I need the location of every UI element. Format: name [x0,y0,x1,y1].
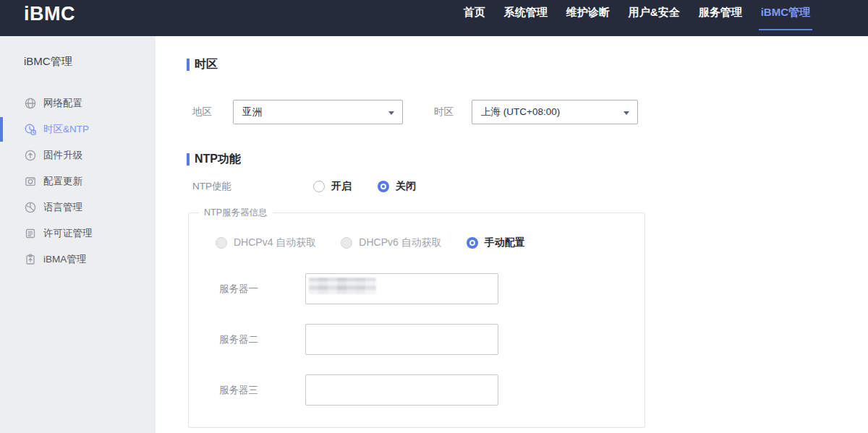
nav-item-user-security[interactable]: 用户&安全 [629,6,680,20]
chevron-down-icon [388,111,394,115]
main-content: 时区 地区 亚洲 时区 上海 (UTC+08:00) NTP功能 NTP使能 开… [156,36,868,433]
upload-circle-icon [24,149,37,162]
sidebar-item-firmware-upgrade[interactable]: 固件升级 [0,142,156,168]
server-three-label: 服务器三 [219,374,258,406]
sidebar-item-label: iBMA管理 [43,253,86,266]
ntp-enable-on-label[interactable]: 开启 [331,180,352,193]
timezone-section-title: 时区 [187,57,218,72]
dhcpv4-label: DHCPv4 自动获取 [234,236,316,249]
sidebar-item-timezone-ntp[interactable]: 时区&NTP [0,116,156,142]
nav-item-home[interactable]: 首页 [464,6,485,20]
app-logo: iBMC [24,3,75,25]
sidebar-item-network-config[interactable]: 网络配置 [0,90,156,116]
license-document-icon [24,227,37,240]
sidebar-item-label: 固件升级 [43,149,82,162]
language-clock-icon [24,201,37,214]
timezone-select[interactable]: 上海 (UTC+08:00) [472,100,638,124]
ntp-enable-off-label[interactable]: 关闭 [396,180,416,193]
manual-config-radio[interactable] [467,237,478,249]
chevron-down-icon [624,111,629,115]
sidebar-item-label: 配置更新 [43,175,82,188]
dhcpv4-radio[interactable] [216,237,227,249]
nav-item-services[interactable]: 服务管理 [699,6,742,20]
timezone-label: 时区 [434,100,454,124]
globe-icon [24,97,37,110]
ntp-server-mode-row: DHCPv4 自动获取 DHCPv6 自动获取 手动配置 [216,236,525,249]
region-select-value: 亚洲 [242,106,262,119]
sidebar-item-label: 语言管理 [43,201,82,214]
server-three-row: 服务器三 [189,374,644,406]
server-two-label: 服务器二 [219,324,258,355]
sidebar-item-label: 时区&NTP [43,123,89,136]
sidebar-item-license-management[interactable]: 许可证管理 [0,220,156,246]
sidebar-item-language-management[interactable]: 语言管理 [0,194,156,220]
config-update-icon [24,175,37,188]
server-two-row: 服务器二 [189,324,644,355]
manual-config-label[interactable]: 手动配置 [485,236,525,249]
top-nav: 首页 系统管理 维护诊断 用户&安全 服务管理 iBMC管理 [464,6,810,20]
server-two-input[interactable] [305,324,498,355]
ntp-enable-label: NTP使能 [192,180,313,193]
section-accent-bar [187,153,190,166]
ntp-section-title: NTP功能 [187,152,241,167]
ntp-enable-on-radio[interactable] [313,181,325,192]
timezone-clock-icon [24,123,37,136]
ntp-server-info-group: NTP服务器信息 DHCPv4 自动获取 DHCPv6 自动获取 手动配置 服务… [188,213,645,428]
mode-dhcpv4: DHCPv4 自动获取 [216,236,316,249]
sidebar-item-label: 网络配置 [43,97,82,110]
sidebar-menu: 网络配置 时区&NTP 固件升级 配置更新 [0,90,156,273]
dhcpv6-radio[interactable] [341,237,352,249]
dhcpv6-label: DHCPv6 自动获取 [359,236,441,249]
sidebar-title: iBMC管理 [24,55,72,69]
section-accent-bar [187,59,190,71]
server-one-label: 服务器一 [219,273,258,304]
ibmc-page: iBMC 首页 系统管理 维护诊断 用户&安全 服务管理 iBMC管理 iBMC… [0,0,868,433]
clipboard-icon [24,253,37,266]
server-one-input[interactable] [305,273,498,304]
ntp-enable-off-radio[interactable] [378,181,389,192]
sidebar-item-label: 许可证管理 [43,227,93,240]
region-select[interactable]: 亚洲 [233,100,403,124]
sidebar-item-config-update[interactable]: 配置更新 [0,168,156,194]
sidebar-item-ibma-management[interactable]: iBMA管理 [0,246,156,273]
nav-item-maintenance[interactable]: 维护诊断 [566,6,610,20]
app-header: iBMC 首页 系统管理 维护诊断 用户&安全 服务管理 iBMC管理 [0,0,868,36]
nav-item-ibmc-management[interactable]: iBMC管理 [761,6,810,20]
sidebar: iBMC管理 网络配置 时区&NTP 固件升级 [0,36,156,433]
region-label: 地区 [192,100,212,124]
server-one-row: 服务器一 [189,273,644,304]
ntp-server-info-legend: NTP服务器信息 [199,207,273,219]
mode-manual: 手动配置 [467,236,525,249]
server-three-input[interactable] [305,374,498,406]
mode-dhcpv6: DHCPv6 自动获取 [341,236,441,249]
nav-item-system[interactable]: 系统管理 [504,6,548,20]
ntp-enable-row: NTP使能 开启 关闭 [192,179,416,194]
timezone-select-value: 上海 (UTC+08:00) [481,106,560,119]
